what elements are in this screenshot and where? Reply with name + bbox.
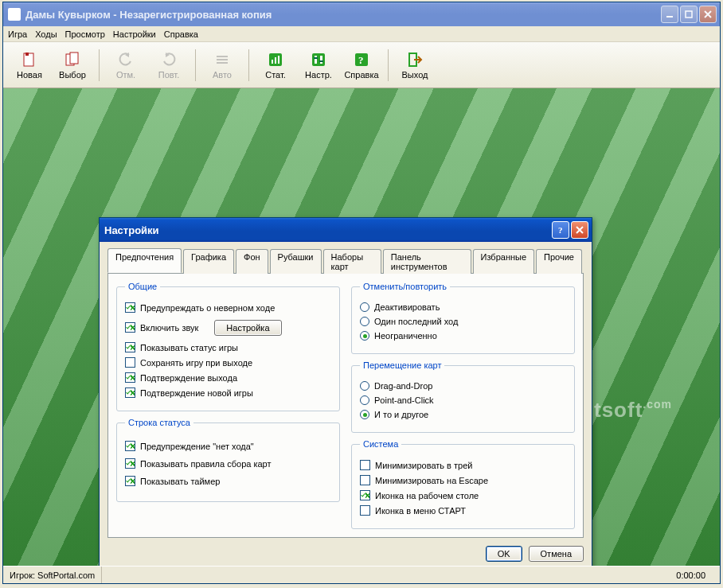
menu-settings[interactable]: Настройки — [113, 29, 156, 39]
radio-option[interactable]: Drag-and-Drop — [360, 381, 566, 391]
tab-0[interactable]: Предпочтения — [107, 248, 182, 273]
toolbar-settings-button[interactable]: Настр. — [299, 47, 338, 84]
toolbar-auto-button: Авто — [202, 47, 242, 84]
toolbar-label: Настр. — [305, 70, 332, 80]
svg-rect-6 — [217, 56, 228, 57]
sound-settings-button[interactable]: Настройка — [214, 320, 281, 336]
option-label: Деактивировать — [374, 302, 440, 312]
checkbox[interactable] — [125, 458, 135, 469]
svg-rect-14 — [315, 56, 317, 64]
check-option[interactable]: Предупреждать о неверном ходе — [125, 302, 331, 313]
option-label: Один последний ход — [374, 317, 458, 326]
option-label: Минимизировать в трей — [375, 461, 472, 470]
checkbox[interactable] — [125, 302, 135, 313]
check-option[interactable]: Минимизировать в трей — [360, 460, 566, 470]
check-option[interactable]: Сохранять игру при выходе — [125, 357, 331, 368]
toolbar-stats-button[interactable]: Стат. — [256, 47, 295, 84]
check-option[interactable]: Подтверждение выхода — [125, 372, 331, 383]
radio-option[interactable]: Деактивировать — [360, 302, 566, 312]
dialog-help-button[interactable]: ? — [552, 221, 569, 239]
maximize-button[interactable] — [680, 6, 698, 23]
check-option[interactable]: Подтверждение новой игры — [125, 387, 331, 398]
tab-1[interactable]: Графика — [183, 249, 234, 274]
radio[interactable] — [360, 395, 369, 405]
checkbox[interactable] — [125, 372, 135, 383]
check-option-with-button: Включить звукНастройка — [125, 317, 331, 337]
checkbox[interactable] — [125, 476, 135, 486]
tab-4[interactable]: Наборы карт — [323, 249, 381, 274]
svg-rect-8 — [217, 62, 228, 64]
checkbox[interactable] — [125, 322, 135, 333]
radio[interactable] — [360, 381, 369, 391]
radio-option[interactable]: И то и другое — [360, 410, 566, 419]
svg-rect-17 — [319, 60, 323, 62]
check-option[interactable]: Показывать статус игры — [125, 342, 331, 352]
check-option[interactable]: Показывать таймер — [125, 476, 331, 486]
check-option[interactable]: Иконка в меню СТАРТ — [360, 505, 566, 516]
radio-option[interactable]: Point-and-Click — [360, 395, 566, 405]
radio[interactable] — [360, 331, 369, 341]
toolbar: НоваяВыборОтм.Повт.АвтоСтат.Настр.?Справ… — [3, 42, 720, 88]
radio[interactable] — [360, 410, 369, 419]
tab-7[interactable]: Прочие — [536, 249, 582, 274]
dialog-close-button[interactable] — [571, 221, 588, 239]
option-label: Показывать таймер — [140, 477, 220, 486]
main-titlebar[interactable]: Дамы Кувырком - Незарегистрированная коп… — [3, 2, 720, 26]
content-area: all bestsoft.com Настройки ? Предпочтени… — [3, 88, 720, 566]
svg-rect-16 — [314, 57, 318, 59]
close-button[interactable] — [699, 6, 717, 23]
checkbox[interactable] — [125, 342, 135, 352]
toolbar-label: Авто — [213, 70, 232, 80]
group-undo: Отменить/повторить ДеактивироватьОдин по… — [351, 282, 575, 354]
toolbar-help-button[interactable]: ?Справка — [342, 47, 381, 84]
radio[interactable] — [360, 302, 369, 312]
group-general: Общие Предупреждать о неверном ходеВключ… — [116, 282, 340, 411]
group-system: Система Минимизировать в трейМинимизиров… — [351, 439, 575, 529]
checkbox[interactable] — [125, 387, 135, 398]
svg-text:?: ? — [558, 225, 563, 235]
tab-3[interactable]: Рубашки — [270, 249, 322, 274]
minimize-button[interactable] — [661, 6, 678, 23]
dialog-titlebar[interactable]: Настройки ? — [100, 218, 592, 242]
menu-game[interactable]: Игра — [8, 29, 27, 39]
tab-6[interactable]: Избранные — [473, 249, 535, 274]
checkbox[interactable] — [360, 460, 370, 470]
cancel-button[interactable]: Отмена — [529, 546, 584, 562]
new-game-icon — [21, 51, 38, 68]
check-option[interactable]: Включить звук — [125, 322, 198, 333]
ok-button[interactable]: OK — [486, 546, 522, 562]
menu-view[interactable]: Просмотр — [65, 29, 105, 39]
menu-help[interactable]: Справка — [164, 29, 198, 39]
radio[interactable] — [360, 317, 369, 326]
option-label: Drag-and-Drop — [374, 381, 432, 391]
radio-option[interactable]: Неограниченно — [360, 331, 566, 341]
radio-option[interactable]: Один последний ход — [360, 317, 566, 326]
redo-icon — [160, 51, 178, 68]
menu-moves[interactable]: Ходы — [35, 29, 57, 39]
check-option[interactable]: Предупреждение "нет хода" — [125, 441, 331, 451]
check-option[interactable]: Иконка на рабочем столе — [360, 490, 566, 500]
toolbar-separator — [99, 49, 100, 81]
check-option[interactable]: Минимизировать на Escape — [360, 475, 566, 485]
svg-rect-10 — [272, 60, 273, 64]
svg-rect-15 — [320, 56, 322, 64]
settings-icon — [310, 51, 327, 68]
checkbox[interactable] — [360, 475, 370, 485]
checkbox[interactable] — [125, 441, 135, 451]
checkbox[interactable] — [360, 490, 370, 500]
option-label: Показывать правила сбора карт — [140, 459, 272, 469]
tab-2[interactable]: Фон — [236, 249, 268, 274]
toolbar-new-game-button[interactable]: Новая — [10, 47, 49, 84]
toolbar-exit-button[interactable]: Выход — [395, 47, 435, 84]
group-system-legend: Система — [360, 439, 401, 449]
check-option[interactable]: Показывать правила сбора карт — [125, 458, 331, 469]
option-label: Предупреждать о неверном ходе — [140, 303, 275, 313]
tab-5[interactable]: Панель инструментов — [383, 249, 471, 274]
dialog-footer: OK Отмена — [107, 546, 584, 562]
exit-icon — [406, 51, 424, 68]
checkbox[interactable] — [360, 505, 370, 516]
option-label: Включить звук — [140, 323, 198, 333]
toolbar-label: Повт. — [158, 70, 180, 80]
toolbar-choose-button[interactable]: Выбор — [53, 47, 92, 84]
checkbox[interactable] — [125, 357, 135, 368]
